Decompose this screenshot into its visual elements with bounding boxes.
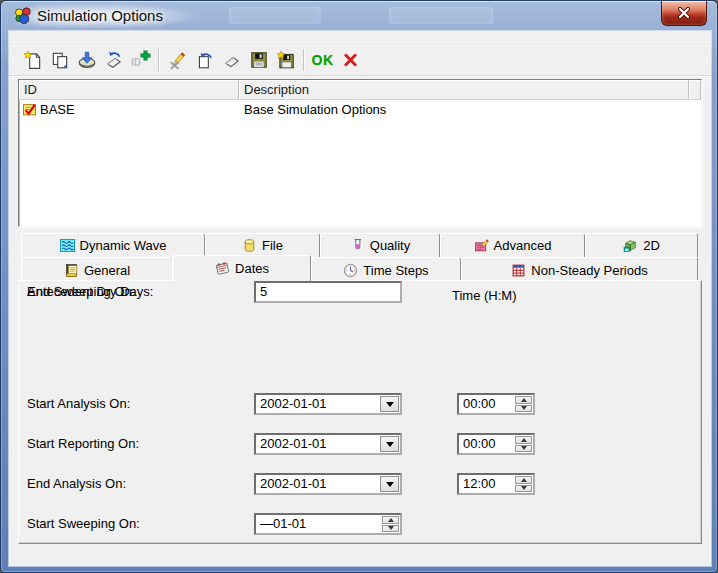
options-tab-control: Dynamic Wave File Quality bbox=[18, 231, 702, 544]
renumber-id-button[interactable]: ID bbox=[127, 47, 154, 73]
save-item-button[interactable] bbox=[245, 47, 272, 73]
column-header-tail bbox=[689, 80, 701, 100]
file-icon bbox=[242, 238, 257, 253]
start-sweeping-spinner[interactable]: —01-01 bbox=[254, 513, 402, 535]
dates-icon bbox=[215, 261, 230, 276]
spin-down-button[interactable] bbox=[515, 445, 532, 453]
list-item-base[interactable]: BASE Base Simulation Options bbox=[19, 100, 701, 119]
antecedent-dry-days-input[interactable]: 5 bbox=[254, 281, 402, 303]
revert-item-icon bbox=[195, 50, 215, 70]
column-header-description[interactable]: Description bbox=[239, 80, 689, 100]
column-header-id[interactable]: ID bbox=[19, 80, 239, 100]
dialog-client-area: ID bbox=[9, 31, 711, 566]
save-item-as-icon bbox=[276, 50, 296, 70]
spin-up-button[interactable] bbox=[515, 476, 532, 484]
end-analysis-date-combo[interactable]: 2002-01-01 bbox=[254, 473, 402, 495]
tab-row-1: Dynamic Wave File Quality bbox=[21, 231, 698, 257]
start-reporting-date-combo[interactable]: 2002-01-01 bbox=[254, 433, 402, 455]
tab-label: Dates bbox=[235, 261, 269, 276]
chevron-down-icon bbox=[386, 482, 394, 487]
spin-up-button[interactable] bbox=[515, 396, 532, 404]
arrow-down-icon bbox=[521, 486, 527, 490]
arrow-down-icon bbox=[388, 526, 394, 530]
spin-up-button[interactable] bbox=[515, 436, 532, 444]
tab-dynamic-wave[interactable]: Dynamic Wave bbox=[21, 233, 205, 257]
restore-item-button[interactable] bbox=[100, 47, 127, 73]
app-icon bbox=[14, 7, 32, 25]
tab-label: 2D bbox=[643, 238, 660, 253]
start-reporting-time-spinner[interactable]: 00:00 bbox=[457, 433, 535, 455]
start-sweeping-label: Start Sweeping On: bbox=[27, 513, 140, 535]
arrow-down-icon bbox=[521, 406, 527, 410]
close-icon bbox=[677, 7, 691, 19]
tab-label: Time Steps bbox=[363, 263, 428, 278]
scenario-icon bbox=[22, 102, 37, 117]
end-analysis-time-spinner[interactable]: 12:00 bbox=[457, 473, 535, 495]
dropdown-button[interactable] bbox=[380, 436, 399, 452]
tab-quality[interactable]: Quality bbox=[320, 233, 440, 257]
toolbar: ID bbox=[9, 44, 711, 76]
start-analysis-time-spinner[interactable]: 00:00 bbox=[457, 393, 535, 415]
tab-dates[interactable]: Dates bbox=[173, 255, 311, 281]
load-item-button[interactable] bbox=[73, 47, 100, 73]
spin-value: —01-01 bbox=[256, 515, 381, 533]
chevron-down-icon bbox=[386, 402, 394, 407]
close-button[interactable] bbox=[661, 1, 707, 26]
simulation-options-window: Simulation Options bbox=[0, 0, 718, 573]
arrow-up-icon bbox=[521, 398, 527, 402]
tab-advanced[interactable]: Advanced bbox=[440, 233, 585, 257]
arrow-up-icon bbox=[388, 518, 394, 522]
dynamic-wave-icon bbox=[60, 238, 75, 253]
spin-value: 00:00 bbox=[459, 395, 514, 413]
delete-item-icon bbox=[222, 50, 242, 70]
toolbar-separator bbox=[303, 49, 305, 71]
spin-down-button[interactable] bbox=[382, 525, 399, 533]
plus-icon bbox=[141, 51, 150, 60]
combo-value: 2002-01-01 bbox=[256, 435, 379, 453]
tab-row-2: General Dates bbox=[21, 255, 698, 283]
dropdown-button[interactable] bbox=[380, 476, 399, 492]
ok-button[interactable]: OK bbox=[309, 47, 336, 73]
spin-down-button[interactable] bbox=[515, 485, 532, 493]
edit-item-button[interactable] bbox=[164, 47, 191, 73]
non-steady-periods-icon bbox=[511, 263, 526, 278]
tab-label: Quality bbox=[370, 238, 410, 253]
edit-item-icon bbox=[168, 50, 188, 70]
duplicate-item-icon bbox=[50, 50, 70, 70]
time-steps-icon bbox=[343, 263, 358, 278]
start-analysis-label: Start Analysis On: bbox=[27, 393, 130, 415]
start-analysis-date-combo[interactable]: 2002-01-01 bbox=[254, 393, 402, 415]
restore-item-icon bbox=[104, 50, 124, 70]
new-item-icon bbox=[23, 50, 43, 70]
combo-value: 2002-01-01 bbox=[256, 395, 379, 413]
edit-value: 5 bbox=[256, 283, 400, 301]
delete-item-button[interactable] bbox=[218, 47, 245, 73]
glass-reflection bbox=[389, 7, 493, 24]
advanced-icon bbox=[474, 238, 489, 253]
dropdown-button[interactable] bbox=[380, 396, 399, 412]
title-bar[interactable]: Simulation Options bbox=[1, 1, 717, 31]
save-item-icon bbox=[249, 50, 269, 70]
dates-tab-page: Date (Y-M-D) Time (H:M) Start Analysis O… bbox=[18, 280, 702, 544]
spin-down-button[interactable] bbox=[515, 405, 532, 413]
glass-reflection bbox=[229, 7, 321, 24]
duplicate-item-button[interactable] bbox=[46, 47, 73, 73]
list-item-id: BASE bbox=[40, 102, 75, 117]
save-item-as-button[interactable] bbox=[272, 47, 299, 73]
spin-up-button[interactable] bbox=[382, 516, 399, 524]
window-title: Simulation Options bbox=[37, 1, 163, 30]
cancel-button[interactable] bbox=[336, 47, 363, 73]
tab-label: File bbox=[262, 238, 283, 253]
form-row: End Analysis On: 2002-01-01 12:00 bbox=[19, 473, 701, 495]
revert-item-button[interactable] bbox=[191, 47, 218, 73]
arrow-up-icon bbox=[521, 478, 527, 482]
tab-label: General bbox=[84, 263, 130, 278]
scenario-list: ID Description BASE Base Simulation Opti… bbox=[18, 79, 702, 227]
new-item-button[interactable] bbox=[19, 47, 46, 73]
form-row: Start Sweeping On: —01-01 bbox=[19, 513, 701, 535]
tab-file[interactable]: File bbox=[205, 233, 320, 257]
cancel-icon bbox=[343, 53, 357, 67]
start-reporting-label: Start Reporting On: bbox=[27, 433, 139, 455]
arrow-up-icon bbox=[521, 438, 527, 442]
tab-2d[interactable]: 2D bbox=[585, 233, 698, 257]
